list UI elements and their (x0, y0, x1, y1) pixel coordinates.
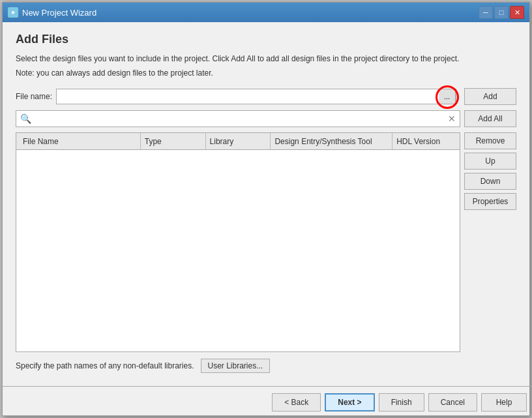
search-area-row: 🔍 ✕ Add All (16, 110, 516, 130)
next-button[interactable]: Next > (325, 393, 374, 411)
title-bar: ★ New Project Wizard ─ □ ✕ (3, 3, 529, 22)
user-libraries-button[interactable]: User Libraries... (201, 359, 271, 373)
file-table: File Name Type Library Design Entry/Synt… (16, 132, 460, 352)
file-name-label: File name: (16, 92, 52, 101)
up-button[interactable]: Up (464, 153, 516, 170)
right-buttons: Add (464, 88, 516, 105)
search-icon: 🔍 (16, 113, 35, 124)
page-title: Add Files (16, 33, 516, 46)
back-button[interactable]: < Back (272, 393, 321, 411)
description-line1: Select the design files you want to incl… (16, 53, 516, 65)
user-libraries-row: Specify the path names of any non-defaul… (16, 359, 516, 373)
window-title: New Project Wizard (22, 8, 479, 18)
help-button[interactable]: Help (481, 393, 527, 411)
browse-label: ... (444, 93, 450, 100)
side-buttons-panel: Add All (464, 110, 516, 130)
search-input[interactable] (35, 114, 444, 123)
user-libraries-label: Specify the path names of any non-defaul… (16, 361, 194, 370)
description: Select the design files you want to incl… (16, 53, 516, 79)
maximize-button[interactable]: □ (494, 6, 509, 19)
window-controls: ─ □ ✕ (479, 6, 524, 19)
main-content: Add Files Select the design files you wa… (3, 22, 529, 386)
col-type-header: Type (141, 133, 206, 149)
properties-button[interactable]: Properties (464, 193, 516, 210)
footer-separator (0, 386, 532, 387)
description-line2: Note: you can always add design files to… (16, 67, 516, 79)
minimize-button[interactable]: ─ (479, 6, 493, 19)
app-icon: ★ (8, 7, 18, 18)
file-name-input[interactable] (57, 89, 439, 104)
table-header: File Name Type Library Design Entry/Synt… (16, 133, 460, 150)
clear-search-button[interactable]: ✕ (444, 113, 460, 124)
col-library-header: Library (206, 133, 271, 149)
finish-button[interactable]: Finish (379, 393, 424, 411)
add-button[interactable]: Add (464, 88, 516, 105)
close-button[interactable]: ✕ (510, 6, 524, 19)
search-row: 🔍 ✕ (16, 110, 460, 127)
file-input-wrapper: ... (56, 89, 456, 104)
wizard-window: ★ New Project Wizard ─ □ ✕ Add Files Sel… (2, 2, 530, 416)
col-filename-header: File Name (19, 133, 141, 149)
main-area: File Name Type Library Design Entry/Synt… (16, 132, 516, 352)
footer: < Back Next > Finish Cancel Help (3, 393, 529, 415)
add-all-button[interactable]: Add All (464, 110, 516, 127)
down-button[interactable]: Down (464, 173, 516, 190)
remove-button[interactable]: Remove (464, 132, 516, 149)
table-body[interactable] (16, 150, 460, 351)
col-tool-header: Design Entry/Synthesis Tool (271, 133, 392, 149)
browse-button[interactable]: ... (439, 89, 456, 104)
cancel-button[interactable]: Cancel (428, 393, 477, 411)
action-buttons: Remove Up Down Properties (464, 132, 516, 352)
file-name-row: File name: ... Add (16, 88, 516, 105)
col-hdl-header: HDL Version (392, 133, 457, 149)
